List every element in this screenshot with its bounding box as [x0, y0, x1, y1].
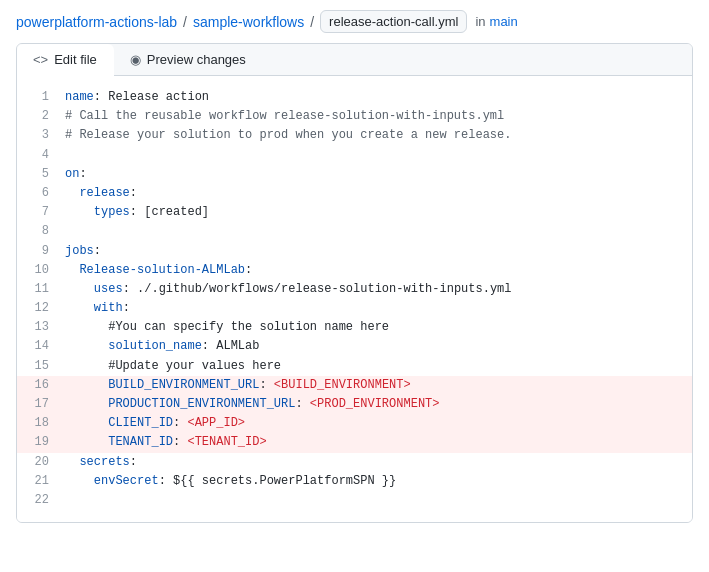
code-line: 19 TENANT_ID: <TENANT_ID> — [17, 433, 692, 452]
line-content: # Call the reusable workflow release-sol… — [65, 107, 692, 126]
line-number: 13 — [17, 318, 65, 337]
sep1: / — [183, 14, 187, 30]
line-number: 8 — [17, 222, 65, 241]
line-number: 9 — [17, 242, 65, 261]
code-line: 1name: Release action — [17, 88, 692, 107]
line-content: uses: ./.github/workflows/release-soluti… — [65, 280, 692, 299]
sep2: / — [310, 14, 314, 30]
code-line: 12 with: — [17, 299, 692, 318]
line-content — [65, 146, 692, 165]
code-line: 5on: — [17, 165, 692, 184]
line-content: release: — [65, 184, 692, 203]
line-content: TENANT_ID: <TENANT_ID> — [65, 433, 692, 452]
line-content: with: — [65, 299, 692, 318]
line-content: #Update your values here — [65, 357, 692, 376]
line-number: 11 — [17, 280, 65, 299]
line-content — [65, 222, 692, 241]
editor-container: <> Edit file ◉ Preview changes 1name: Re… — [16, 43, 693, 523]
line-content: # Release your solution to prod when you… — [65, 126, 692, 145]
filename: release-action-call.yml — [320, 10, 467, 33]
line-number: 17 — [17, 395, 65, 414]
line-number: 12 — [17, 299, 65, 318]
preview-icon: ◉ — [130, 52, 141, 67]
code-line: 7 types: [created] — [17, 203, 692, 222]
code-line: 11 uses: ./.github/workflows/release-sol… — [17, 280, 692, 299]
line-number: 16 — [17, 376, 65, 395]
code-line: 15 #Update your values here — [17, 357, 692, 376]
code-line: 16 BUILD_ENVIRONMENT_URL: <BUILD_ENVIRON… — [17, 376, 692, 395]
code-line: 20 secrets: — [17, 453, 692, 472]
line-number: 14 — [17, 337, 65, 356]
line-number: 1 — [17, 88, 65, 107]
line-number: 5 — [17, 165, 65, 184]
line-number: 15 — [17, 357, 65, 376]
code-line: 14 solution_name: ALMLab — [17, 337, 692, 356]
line-content: solution_name: ALMLab — [65, 337, 692, 356]
code-line: 2# Call the reusable workflow release-so… — [17, 107, 692, 126]
line-number: 7 — [17, 203, 65, 222]
line-content: jobs: — [65, 242, 692, 261]
line-content: CLIENT_ID: <APP_ID> — [65, 414, 692, 433]
line-content: Release-solution-ALMLab: — [65, 261, 692, 280]
line-content: PRODUCTION_ENVIRONMENT_URL: <PROD_ENVIRO… — [65, 395, 692, 414]
line-number: 4 — [17, 146, 65, 165]
tab-preview[interactable]: ◉ Preview changes — [114, 44, 263, 75]
tab-preview-label: Preview changes — [147, 52, 246, 67]
code-editor[interactable]: 1name: Release action2# Call the reusabl… — [17, 76, 692, 522]
line-number: 19 — [17, 433, 65, 452]
code-line: 4 — [17, 146, 692, 165]
line-content: name: Release action — [65, 88, 692, 107]
line-number: 22 — [17, 491, 65, 510]
code-line: 8 — [17, 222, 692, 241]
code-line: 13 #You can specify the solution name he… — [17, 318, 692, 337]
line-content — [65, 491, 692, 510]
code-line: 10 Release-solution-ALMLab: — [17, 261, 692, 280]
line-content: envSecret: ${{ secrets.PowerPlatformSPN … — [65, 472, 692, 491]
line-number: 18 — [17, 414, 65, 433]
code-line: 18 CLIENT_ID: <APP_ID> — [17, 414, 692, 433]
edit-icon: <> — [33, 52, 48, 67]
line-number: 2 — [17, 107, 65, 126]
line-number: 6 — [17, 184, 65, 203]
line-content: BUILD_ENVIRONMENT_URL: <BUILD_ENVIRONMEN… — [65, 376, 692, 395]
code-line: 9jobs: — [17, 242, 692, 261]
code-line: 6 release: — [17, 184, 692, 203]
code-line: 22 — [17, 491, 692, 510]
repo-link[interactable]: powerplatform-actions-lab — [16, 14, 177, 30]
line-number: 21 — [17, 472, 65, 491]
line-number: 20 — [17, 453, 65, 472]
line-content: #You can specify the solution name here — [65, 318, 692, 337]
breadcrumb: powerplatform-actions-lab / sample-workf… — [0, 0, 709, 43]
line-content: types: [created] — [65, 203, 692, 222]
line-number: 3 — [17, 126, 65, 145]
line-number: 10 — [17, 261, 65, 280]
line-content: on: — [65, 165, 692, 184]
tab-edit-label: Edit file — [54, 52, 97, 67]
branch-link[interactable]: main — [490, 14, 518, 29]
code-line: 21 envSecret: ${{ secrets.PowerPlatformS… — [17, 472, 692, 491]
code-line: 17 PRODUCTION_ENVIRONMENT_URL: <PROD_ENV… — [17, 395, 692, 414]
code-line: 3# Release your solution to prod when yo… — [17, 126, 692, 145]
folder-link[interactable]: sample-workflows — [193, 14, 304, 30]
tab-bar: <> Edit file ◉ Preview changes — [17, 44, 692, 76]
branch-label: in — [475, 14, 485, 29]
tab-edit[interactable]: <> Edit file — [17, 44, 114, 76]
line-content: secrets: — [65, 453, 692, 472]
